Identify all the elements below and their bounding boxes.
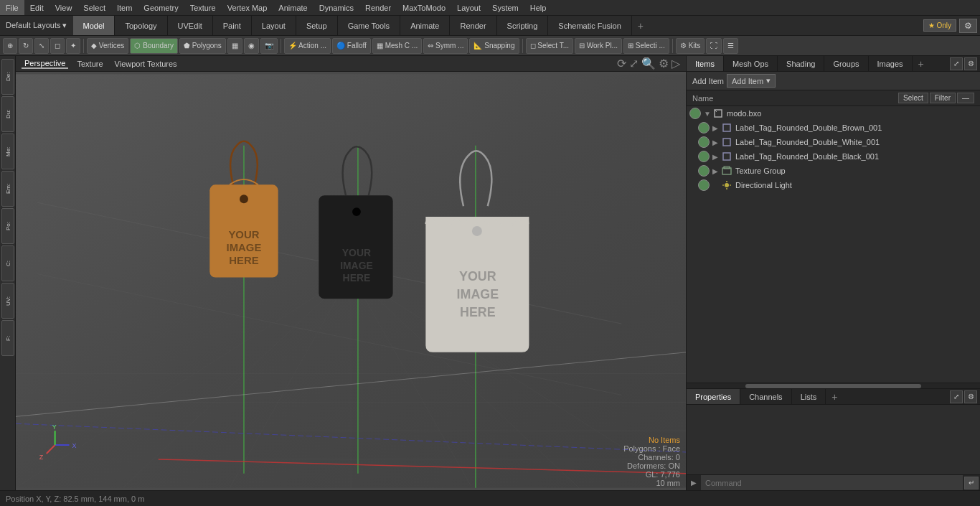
sidebar-uv[interactable]: UV:	[1, 283, 14, 319]
visibility-toggle-white[interactable]	[698, 136, 710, 148]
tab-schematic-fusion[interactable]: Schematic Fusion	[548, 16, 631, 35]
expand-black[interactable]: ▶	[712, 153, 721, 161]
prop-tab-channels[interactable]: Channels	[740, 389, 791, 404]
select-t-btn[interactable]: ◻ Select T...	[526, 38, 574, 54]
menu-layout[interactable]: Layout	[451, 0, 486, 15]
vp-tab-viewport-textures[interactable]: Viewport Textures	[112, 60, 180, 68]
mesh-c-btn[interactable]: ▦ Mesh C ...	[372, 38, 422, 54]
menu-animate[interactable]: Animate	[273, 0, 313, 15]
symm-btn[interactable]: ⇔ Symm ...	[423, 38, 468, 54]
menu-view[interactable]: View	[50, 0, 78, 15]
minus-col-btn[interactable]: —	[957, 93, 974, 103]
vp-menu-btn[interactable]: ☰	[723, 38, 738, 54]
menu-vertex-map[interactable]: Vertex Map	[222, 0, 273, 15]
list-item-texture-group[interactable]: ▶ Texture Group	[695, 164, 980, 178]
menu-render[interactable]: Render	[359, 0, 397, 15]
list-item-directional-light[interactable]: ▶ Directional Light	[695, 178, 980, 192]
vp-icon-settings[interactable]: ⚙	[659, 57, 669, 70]
scale-tool[interactable]: ⤡	[34, 38, 49, 54]
viewport[interactable]: Perspective Texture Viewport Textures ⟳ …	[16, 56, 686, 490]
menu-system[interactable]: System	[486, 0, 524, 15]
visibility-toggle-light[interactable]	[698, 179, 710, 191]
visibility-toggle-modo-bxo[interactable]	[689, 108, 701, 119]
boundary-mode-btn[interactable]: ⬡ Boundary	[130, 38, 178, 54]
tab-render[interactable]: Render	[450, 16, 496, 35]
command-input[interactable]	[701, 475, 963, 490]
panel-tab-items[interactable]: Items	[687, 56, 724, 71]
vp-icon-fit[interactable]: ⤢	[629, 57, 639, 70]
sidebar-c[interactable]: C:	[1, 245, 14, 281]
tab-animate[interactable]: Animate	[400, 16, 450, 35]
viewport-canvas[interactable]: YOUR IMAGE HERE YOUR IMAGE HERE	[16, 72, 686, 490]
visibility-toggle-black[interactable]	[698, 151, 710, 162]
menu-geometry[interactable]: Geometry	[138, 0, 184, 15]
tab-layout[interactable]: Layout	[252, 16, 296, 35]
panel-tab-shading[interactable]: Shading	[778, 56, 824, 71]
vp-icon-more[interactable]: ▷	[672, 57, 680, 70]
menu-maxtoModo[interactable]: MaxToModo	[397, 0, 451, 15]
vp-icon-zoom[interactable]: 🔍	[641, 57, 656, 70]
filter-column-btn[interactable]: Filter	[930, 93, 956, 103]
visibility-toggle-texture-group[interactable]	[698, 165, 710, 177]
sidebar-du[interactable]: Du:	[1, 96, 14, 132]
snapping-btn[interactable]: 📐 Snapping	[469, 38, 519, 54]
list-item-label-white[interactable]: ▶ Label_Tag_Rounded_Double_White_001	[695, 135, 980, 149]
vp-expand-btn[interactable]: ⛶	[706, 38, 722, 54]
action-btn[interactable]: ⚡ Action ...	[284, 38, 331, 54]
tab-uvedit[interactable]: UVEdit	[168, 16, 213, 35]
prop-tab-add[interactable]: +	[826, 391, 843, 403]
prop-settings-btn[interactable]: ⚙	[964, 390, 977, 403]
layout-plus-button[interactable]: ⚙	[959, 19, 977, 33]
mesh-display-btn[interactable]: ▦	[227, 38, 242, 54]
add-item-dropdown[interactable]: Add Item ▾	[727, 74, 776, 88]
cam-btn[interactable]: 📷	[260, 38, 278, 54]
layout-tab-add[interactable]: +	[632, 20, 649, 32]
sidebar-de[interactable]: De:	[1, 59, 14, 95]
vp-tab-perspective[interactable]: Perspective	[22, 59, 68, 69]
tab-topology[interactable]: Topology	[115, 16, 167, 35]
vp-tab-texture[interactable]: Texture	[74, 60, 105, 68]
panel-tab-mesh-ops[interactable]: Mesh Ops	[724, 56, 778, 71]
tab-paint[interactable]: Paint	[213, 16, 252, 35]
panel-tab-images[interactable]: Images	[869, 56, 913, 71]
tab-setup[interactable]: Setup	[296, 16, 338, 35]
menu-select[interactable]: Select	[77, 0, 111, 15]
panel-settings-btn[interactable]: ⚙	[964, 57, 977, 70]
select-column-btn[interactable]: Select	[898, 93, 928, 103]
menu-texture[interactable]: Texture	[184, 0, 222, 15]
sidebar-em[interactable]: Em:	[1, 171, 14, 207]
panel-tab-add[interactable]: +	[913, 58, 930, 70]
list-item-label-black[interactable]: ▶ Label_Tag_Rounded_Double_Black_001	[695, 149, 980, 164]
panel-expand-btn[interactable]: ⤢	[950, 57, 963, 70]
kits-btn[interactable]: ⚙ Kits	[676, 38, 705, 54]
menu-item[interactable]: Item	[111, 0, 138, 15]
star-only-button[interactable]: ★ Only	[923, 19, 956, 32]
menu-file[interactable]: File	[0, 0, 24, 15]
expand-modo-bxo[interactable]: ▼	[704, 110, 712, 118]
menu-help[interactable]: Help	[524, 0, 552, 15]
menu-dynamics[interactable]: Dynamics	[314, 0, 359, 15]
tab-model[interactable]: Model	[73, 16, 116, 35]
tab-scripting[interactable]: Scripting	[497, 16, 549, 35]
menu-edit[interactable]: Edit	[24, 0, 50, 15]
list-item-label-brown[interactable]: ▶ Label_Tag_Rounded_Double_Brown_001	[695, 121, 980, 135]
visibility-toggle-brown[interactable]	[698, 122, 710, 133]
tab-game-tools[interactable]: Game Tools	[338, 16, 401, 35]
expand-brown[interactable]: ▶	[712, 124, 721, 132]
sidebar-po[interactable]: Po:	[1, 208, 14, 244]
select-mode-tool[interactable]: ◻	[50, 38, 65, 54]
vertices-mode-btn[interactable]: ◆ Vertices	[87, 38, 128, 54]
prop-expand-btn[interactable]: ⤢	[950, 390, 963, 403]
move-tool[interactable]: ⊕	[3, 38, 17, 54]
prop-tab-properties[interactable]: Properties	[687, 389, 740, 404]
polygons-mode-btn[interactable]: ⬟ Polygons	[179, 38, 226, 54]
layout-dropdown[interactable]: Default Layouts ▾	[0, 16, 73, 35]
panel-tab-groups[interactable]: Groups	[824, 56, 868, 71]
prop-tab-lists[interactable]: Lists	[792, 389, 826, 404]
expand-white[interactable]: ▶	[712, 139, 721, 146]
sidebar-f[interactable]: F:	[1, 320, 14, 356]
work-pl-btn[interactable]: ⊟ Work Pl...	[575, 38, 622, 54]
transform-tool[interactable]: ✦	[66, 38, 80, 54]
render-vis-btn[interactable]: ◉	[244, 38, 259, 54]
expand-texture-group[interactable]: ▶	[712, 167, 721, 175]
